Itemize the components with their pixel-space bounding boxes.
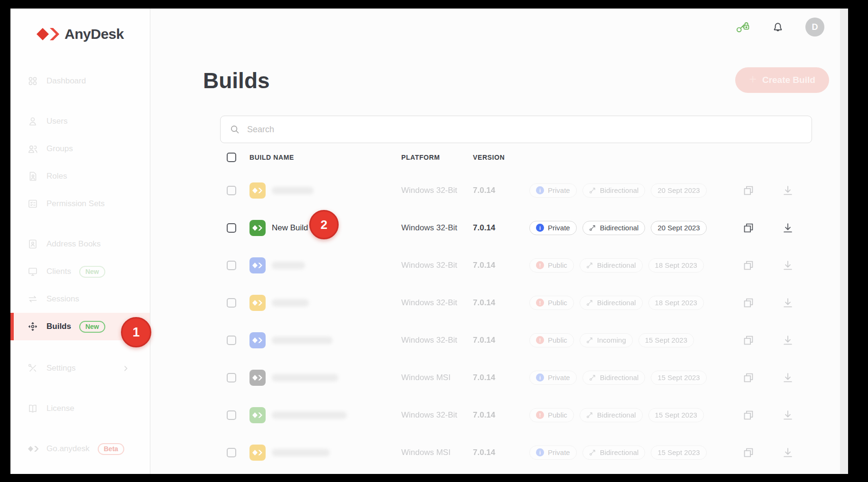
platform-cell: Windows MSI: [401, 448, 473, 457]
alert-icon: !: [536, 299, 544, 307]
sidebar-item-label: Groups: [46, 144, 73, 154]
annotation-marker-1: 1: [121, 317, 151, 347]
platform-cell: Windows 32-Bit: [401, 410, 473, 420]
direction-badge: Bidirectional: [580, 296, 643, 310]
sidebar-item-dashboard[interactable]: Dashboard: [10, 67, 150, 95]
sidebar-item-permission-sets[interactable]: Permission Sets: [10, 190, 150, 218]
direction-badge: Incoming: [580, 333, 633, 347]
date-badge: 18 Sept 2023: [648, 258, 704, 273]
platform-cell: Windows 32-Bit: [401, 261, 473, 270]
visibility-badge: i Private: [529, 221, 577, 235]
download-build-button[interactable]: [781, 259, 794, 272]
visibility-badge: ! Public: [529, 408, 574, 422]
copy-build-button[interactable]: [742, 184, 755, 197]
build-tile-icon: [249, 445, 266, 461]
download-build-button[interactable]: [781, 184, 794, 197]
copy-build-button[interactable]: [742, 259, 755, 272]
build-name-cell: [272, 187, 401, 194]
copy-build-button[interactable]: [742, 221, 755, 235]
blurred-build-name: [272, 449, 330, 456]
row-checkbox[interactable]: [227, 410, 236, 420]
sidebar-item-go-anydesk[interactable]: Go.anydeskBeta: [10, 435, 150, 463]
row-actions: [742, 259, 794, 272]
sidebar-item-sessions[interactable]: Sessions: [10, 285, 150, 313]
row-checkbox[interactable]: [227, 373, 236, 382]
notifications-bell-icon[interactable]: [771, 20, 785, 34]
download-build-button[interactable]: [781, 334, 794, 347]
row-checkbox[interactable]: [227, 298, 236, 308]
build-tile-icon: [249, 220, 266, 236]
info-icon: i: [536, 373, 544, 382]
row-actions: [742, 371, 794, 384]
user-avatar[interactable]: D: [805, 18, 824, 36]
address-books-icon: [27, 238, 38, 250]
column-header-platform: PLATFORM: [401, 154, 473, 161]
build-tile-icon: [249, 407, 266, 423]
sidebar-item-clients[interactable]: ClientsNew: [10, 258, 150, 285]
download-build-button[interactable]: [781, 221, 794, 235]
badges: ! PublicBidirectional18 Sept 2023: [529, 296, 704, 310]
topbar: D: [736, 18, 824, 36]
direction-badge: Bidirectional: [580, 408, 643, 422]
visibility-badge: i Private: [529, 371, 577, 385]
blurred-build-name: [272, 187, 314, 194]
roles-icon: [27, 171, 38, 182]
access-key-icon[interactable]: [736, 21, 750, 34]
date-badge: 15 Sept 2023: [651, 446, 706, 460]
select-all-checkbox[interactable]: [227, 153, 236, 162]
sidebar-item-groups[interactable]: Groups: [10, 135, 150, 163]
badges: i PrivateBidirectional20 Sept 2023: [529, 183, 707, 198]
blurred-build-name: [272, 262, 305, 269]
table-header: BUILD NAME PLATFORM VERSION: [204, 149, 812, 166]
copy-build-button[interactable]: [742, 446, 755, 459]
clients-icon: [27, 266, 38, 277]
sidebar-item-label: Address Books: [46, 239, 101, 249]
search-input[interactable]: [246, 124, 803, 135]
sidebar-item-settings[interactable]: Settings: [10, 355, 150, 382]
copy-build-button[interactable]: [742, 334, 755, 347]
plus-icon: +: [749, 72, 757, 87]
download-build-button[interactable]: [781, 446, 794, 459]
sidebar-item-label: Sessions: [46, 294, 79, 304]
visibility-badge: ! Public: [529, 296, 574, 310]
row-checkbox[interactable]: [227, 261, 236, 270]
scrollbar-track[interactable]: [840, 9, 848, 474]
blurred-build-name: [272, 374, 338, 382]
visibility-badge: i Private: [529, 183, 577, 198]
copy-build-button[interactable]: [742, 371, 755, 384]
main-content: D Builds + Create Build BUILD NAME PLATF…: [150, 9, 848, 474]
sidebar-item-label: Clients: [46, 267, 71, 276]
row-checkbox[interactable]: [227, 336, 236, 345]
table-row: Windows 32-Bit7.0.14 ! PublicIncoming15 …: [204, 321, 812, 359]
direction-badge: Bidirectional: [582, 446, 646, 460]
sidebar-badge-go-anydesk: Beta: [98, 443, 124, 455]
sidebar: AnyDesk DashboardUsersGroupsRolesPermiss…: [10, 9, 150, 474]
version-cell: 7.0.14: [473, 186, 529, 195]
sidebar-item-license[interactable]: License: [10, 395, 150, 422]
date-badge: 15 Sept 2023: [638, 333, 694, 347]
copy-build-button[interactable]: [742, 409, 755, 422]
info-icon: i: [536, 186, 544, 194]
row-checkbox[interactable]: [227, 448, 236, 457]
sidebar-item-address-books[interactable]: Address Books: [10, 230, 150, 258]
sidebar-item-users[interactable]: Users: [10, 108, 150, 135]
go-anydesk-icon: [27, 443, 38, 455]
row-checkbox[interactable]: [227, 223, 236, 233]
build-tile-icon: [249, 332, 266, 348]
sidebar-item-label: License: [46, 404, 74, 413]
sidebar-item-label: Roles: [46, 172, 67, 181]
sidebar-item-roles[interactable]: Roles: [10, 163, 150, 190]
platform-cell: Windows 32-Bit: [401, 186, 473, 195]
download-build-button[interactable]: [781, 409, 794, 422]
create-build-button[interactable]: + Create Build: [735, 67, 829, 93]
copy-build-button[interactable]: [742, 296, 755, 309]
row-checkbox[interactable]: [227, 186, 236, 195]
row-actions: [742, 334, 794, 347]
download-build-button[interactable]: [781, 296, 794, 309]
direction-badge: Bidirectional: [582, 221, 646, 235]
download-build-button[interactable]: [781, 371, 794, 384]
row-actions: [742, 296, 794, 309]
date-badge: 20 Sept 2023: [651, 183, 706, 198]
table-row: Windows 32-Bit7.0.14 ! PublicBidirection…: [204, 246, 812, 284]
page-title: Builds: [203, 68, 270, 93]
